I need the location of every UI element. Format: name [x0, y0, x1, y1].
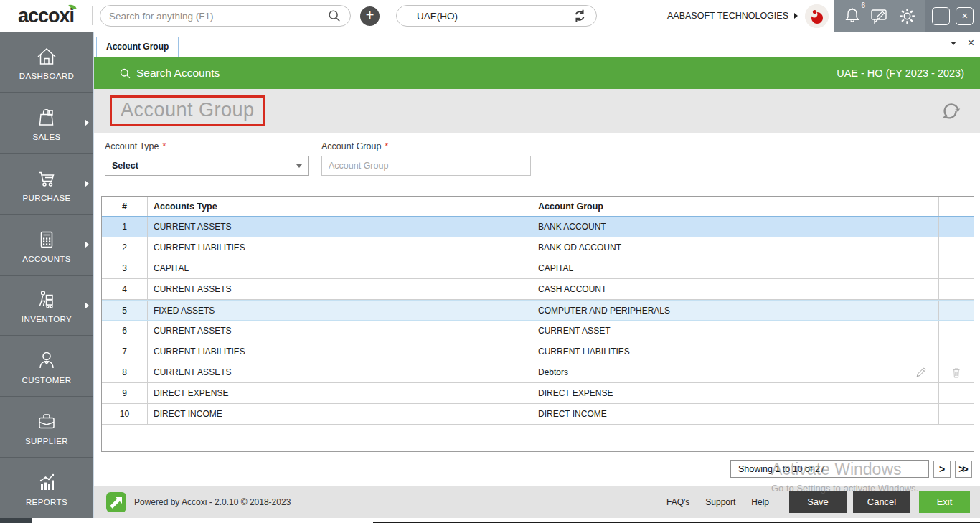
tab-account-group[interactable]: Account Group	[96, 37, 179, 57]
close-button[interactable]: ×	[956, 7, 974, 25]
tab-close-icon[interactable]: ×	[968, 38, 974, 48]
company-avatar[interactable]	[805, 4, 829, 28]
cancel-button[interactable]: Cancel	[853, 491, 910, 513]
search-accounts-button[interactable]: Search Accounts	[119, 67, 220, 80]
tab-list-dropdown-icon[interactable]	[951, 42, 956, 45]
account-group-cell: CASH ACCOUNT	[532, 279, 903, 299]
sidebar-item-label: SUPPLIER	[25, 437, 68, 446]
main-content: Account Group × Search Accounts UAE - HO…	[93, 32, 980, 523]
page-title: Account Group	[110, 95, 265, 126]
accounts-type-cell: FIXED ASSETS	[148, 301, 532, 320]
account-group-cell: BANK ACCOUNT	[532, 217, 903, 237]
search-icon[interactable]	[327, 9, 341, 23]
accoxi-logo-text: accoxi	[18, 5, 74, 27]
company-menu[interactable]: AABASOFT TECHNOLOGIES	[667, 11, 805, 21]
table-row[interactable]: 3CAPITALCAPITAL	[102, 258, 974, 279]
next-page-button[interactable]: >	[933, 461, 951, 478]
sidebar-item-label: SALES	[32, 133, 60, 141]
table-row[interactable]: 5FIXED ASSETSCOMPUTER AND PERIPHERALS	[102, 300, 974, 321]
branch-selector[interactable]: UAE(HO)	[396, 5, 597, 27]
account-type-select[interactable]: Select	[105, 156, 309, 176]
table-row[interactable]: 10DIRECT INCOMEDIRECT INCOME	[102, 404, 974, 425]
sidebar-item-dashboard[interactable]: DASHBOARD	[0, 32, 93, 93]
quick-add-button[interactable]: +	[360, 6, 380, 26]
table-row[interactable]: 2CURRENT LIABILITIESBANK OD ACCOUNT	[102, 237, 974, 258]
person-icon	[34, 348, 60, 372]
sidebar-item-label: REPORTS	[26, 498, 67, 506]
account-group-input[interactable]	[321, 156, 531, 176]
sidebar-item-accounts[interactable]: ACCOUNTS	[0, 215, 93, 276]
accounts-type-cell: CURRENT LIABILITIES	[148, 341, 532, 362]
save-button[interactable]: Save	[789, 491, 847, 513]
row-number-cell: 4	[102, 279, 148, 299]
accounts-type-cell: DIRECT EXPENSE	[148, 383, 532, 403]
table-row[interactable]: 8CURRENT ASSETSDebtors	[102, 362, 974, 383]
delete-cell	[939, 301, 974, 320]
footer-link-faqs[interactable]: FAQ's	[666, 497, 689, 507]
shopping-bag-icon	[34, 105, 60, 129]
notifications-button[interactable]: 6	[844, 6, 861, 25]
accounts-type-cell: CURRENT ASSETS	[148, 321, 532, 341]
row-number-cell: 9	[102, 383, 148, 403]
delete-trash-icon[interactable]	[951, 367, 962, 379]
sidebar-item-purchase[interactable]: PURCHASE	[0, 154, 93, 215]
required-marker: *	[385, 141, 388, 151]
window-bottom-edge	[0, 518, 980, 523]
bottom-edge-dark-segment	[0, 518, 32, 523]
edit-cell	[903, 404, 939, 424]
row-number-cell: 1	[102, 217, 148, 237]
row-number-cell: 5	[102, 301, 148, 320]
sidebar-item-customer[interactable]: CUSTOMER	[0, 336, 93, 397]
table-row[interactable]: 9DIRECT EXPENSEDIRECT EXPENSE	[102, 383, 974, 404]
table-row[interactable]: 4CURRENT ASSETSCASH ACCOUNT	[102, 279, 974, 300]
footer-link-help[interactable]: Help	[751, 497, 769, 507]
accounts-type-cell: CURRENT LIABILITIES	[148, 237, 532, 258]
briefcase-icon	[34, 409, 60, 433]
messages-button[interactable]	[870, 7, 889, 24]
sidebar-item-label: CUSTOMER	[22, 376, 72, 385]
account-type-label: Account Type*	[105, 141, 309, 151]
table-row[interactable]: 7CURRENT LIABILITIESCURRENT LIABILITIES	[102, 341, 974, 362]
sidebar-item-sales[interactable]: SALES	[0, 93, 93, 154]
calculator-icon	[34, 227, 60, 251]
account-group-cell: COMPUTER AND PERIPHERALS	[532, 301, 903, 320]
module-header-bar: Search Accounts UAE - HO (FY 2023 - 2023…	[94, 57, 980, 89]
account-group-label: Account Group*	[321, 141, 531, 151]
accoxi-app-window: accoxi Search for anything (F1) + UAE(HO…	[0, 0, 980, 523]
home-icon	[34, 44, 60, 68]
footer-link-support[interactable]: Support	[705, 497, 735, 507]
last-page-button[interactable]: >>	[955, 461, 972, 478]
row-number-cell: 3	[102, 258, 148, 278]
minimize-button[interactable]: —	[932, 7, 950, 25]
edit-cell	[903, 217, 939, 237]
switch-branch-icon[interactable]	[572, 9, 588, 23]
submenu-arrow-icon	[85, 119, 89, 126]
exit-button[interactable]: Exit	[919, 491, 970, 513]
global-search-input[interactable]: Search for anything (F1)	[100, 5, 351, 27]
account-group-cell: DIRECT EXPENSE	[532, 383, 903, 403]
account-group-cell: DIRECT INCOME	[532, 404, 903, 424]
column-header: Account Group	[532, 197, 903, 216]
edit-pencil-icon[interactable]	[915, 367, 927, 379]
sidebar-item-inventory[interactable]: INVENTORY	[0, 276, 93, 337]
edit-cell	[903, 341, 939, 362]
accounts-type-cell: CURRENT ASSETS	[148, 362, 532, 382]
column-header: Accounts Type	[148, 197, 532, 216]
table-row[interactable]: 1CURRENT ASSETSBANK ACCOUNT	[102, 216, 974, 237]
global-search-placeholder: Search for anything (F1)	[109, 11, 327, 22]
sidebar-item-reports[interactable]: REPORTS	[0, 458, 93, 518]
delete-cell[interactable]	[939, 362, 974, 382]
sidebar-item-label: INVENTORY	[22, 315, 72, 324]
tab-strip: Account Group ×	[94, 32, 980, 57]
sidebar-item-supplier[interactable]: SUPPLIER	[0, 397, 93, 458]
topbar-icon-panel: 6	[834, 0, 925, 32]
edit-cell	[903, 301, 939, 320]
edit-cell[interactable]	[903, 362, 939, 382]
settings-gear-icon[interactable]	[898, 7, 916, 25]
sidebar-item-label: PURCHASE	[22, 194, 70, 202]
account-group-cell: CAPITAL	[532, 258, 903, 278]
refresh-icon[interactable]	[941, 100, 962, 122]
delete-cell	[939, 237, 974, 258]
accoxi-logo[interactable]: accoxi	[0, 0, 92, 32]
table-row[interactable]: 6CURRENT ASSETSCURRENT ASSET	[102, 321, 974, 341]
